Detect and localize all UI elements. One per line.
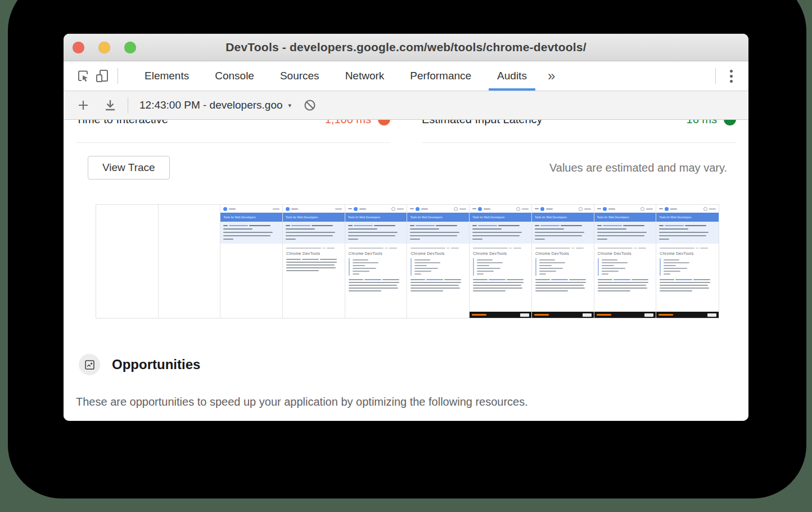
search-icon [516,207,520,211]
metric-estimated-input-latency: Estimated Input Latency 16 ms [422,120,736,143]
search-icon [391,207,395,211]
filmstrip-frame [96,205,159,318]
metric-label: Time to Interactive [76,120,325,126]
thumb-hero [345,222,407,244]
search-icon [703,207,707,211]
thumb-banner: Tools for Web Developers [283,213,345,222]
view-trace-button[interactable]: View Trace [88,156,170,179]
thumb-hero [656,222,719,244]
thumb-cookie-bar [656,312,719,318]
tab-strip: ElementsConsoleSourcesNetworkPerformance… [132,61,540,91]
site-logo-icon [286,207,290,211]
thumb-banner: Tools for Web Developers [470,213,531,222]
estimate-disclaimer: Values are estimated and may vary. [549,161,727,174]
filmstrip: Tools for Web DevelopersTools for Web De… [96,204,719,318]
site-logo-icon [223,207,227,211]
thumb-banner: Tools for Web Developers [594,213,656,222]
metric-time-to-interactive: Time to Interactive 1,100 ms [76,120,390,143]
toolbar-separator [715,68,716,84]
devtools-menu-icon[interactable] [721,66,741,86]
tab-network[interactable]: Network [332,61,398,91]
more-tabs-chevron[interactable]: » [540,68,563,84]
thumb-heading: Chrome DevTools [535,251,590,255]
audits-toolbar: 12:43:00 PM - developers.goo ▾ [64,91,748,120]
site-logo-icon [478,207,482,211]
thumb-heading: Chrome DevTools [410,251,466,255]
warning-icon [378,120,390,125]
audit-run-label: 12:43:00 PM - developers.goo [139,99,283,111]
device-toolbar-icon[interactable] [93,66,112,86]
close-window-button[interactable] [73,42,84,53]
metric-label: Estimated Input Latency [422,120,687,126]
thumb-hero [594,222,656,244]
metric-value: 1,100 ms [325,120,371,126]
toolbar-separator [118,68,118,84]
chevron-down-icon: ▾ [288,102,292,109]
trace-actions-row: View Trace Values are estimated and may … [76,156,736,179]
filmstrip-frame: Tools for Web DevelopersChrome DevTools [656,205,719,318]
site-logo-icon [354,207,358,211]
tab-elements[interactable]: Elements [132,61,202,91]
tab-audits[interactable]: Audits [484,61,540,91]
thumb-cookie-bar [532,312,594,318]
thumb-cookie-bar [470,312,531,318]
search-icon [579,207,583,211]
search-icon [454,207,458,211]
devtools-window: DevTools - developers.google.com/web/too… [64,34,748,421]
tab-console[interactable]: Console [202,61,267,91]
thumb-cookie-bar [594,312,656,318]
inspect-element-icon[interactable] [74,66,93,86]
opportunities-badge [79,354,100,375]
thumb-hero [407,222,469,244]
title-bar: DevTools - developers.google.com/web/too… [64,34,748,61]
metrics-row-clipped: Time to Interactive 1,100 ms Estimated I… [76,120,736,143]
tab-sources[interactable]: Sources [267,61,332,91]
minimize-window-button[interactable] [98,42,110,53]
filmstrip-frame: Tools for Web DevelopersChrome DevTools [470,205,532,318]
thumb-hero [283,222,345,244]
thumb-banner: Tools for Web Developers [407,213,469,222]
thumb-heading: Chrome DevTools [660,251,715,255]
thumb-banner: Tools for Web Developers [532,213,594,222]
opportunities-header: Opportunities [79,354,736,375]
pass-icon [724,120,736,125]
toolbar-separator [128,97,128,113]
filmstrip-frame: Tools for Web DevelopersChrome DevTools [345,205,408,318]
opportunities-description: These are opportunities to speed up your… [76,396,736,408]
download-report-icon[interactable] [101,96,120,115]
filmstrip-frame [159,205,221,318]
site-logo-icon [603,207,607,211]
thumb-heading: Chrome DevTools [473,251,528,255]
thumb-heading: Chrome DevTools [286,251,341,255]
devtools-tab-bar: ElementsConsoleSourcesNetworkPerformance… [64,61,748,91]
window-title: DevTools - developers.google.com/web/too… [225,41,587,54]
new-audit-icon[interactable] [74,96,93,115]
metric-value: 16 ms [687,120,717,126]
thumb-heading: Chrome DevTools [349,251,404,255]
audit-report: Time to Interactive 1,100 ms Estimated I… [64,120,748,421]
thumb-banner: Tools for Web Developers [220,213,282,222]
clear-audits-icon[interactable] [300,96,319,115]
filmstrip-frame: Tools for Web DevelopersChrome DevTools [407,205,470,318]
tab-performance[interactable]: Performance [397,61,484,91]
filmstrip-frame: Tools for Web DevelopersChrome DevTools [532,205,594,318]
thumb-hero [470,222,531,244]
traffic-lights [73,34,136,61]
site-logo-icon [540,207,544,211]
opportunities-title: Opportunities [112,357,200,372]
filmstrip-frame: Tools for Web Developers [220,205,283,318]
audit-run-select[interactable]: 12:43:00 PM - developers.goo ▾ [136,99,295,111]
image-sparkle-icon [84,359,96,371]
zoom-window-button[interactable] [124,42,136,53]
thumb-hero [220,222,282,244]
thumb-heading: Chrome DevTools [598,251,653,255]
thumb-banner: Tools for Web Developers [345,213,407,222]
filmstrip-frame: Tools for Web DevelopersChrome DevTools [283,205,345,318]
search-icon [640,207,644,211]
filmstrip-frame: Tools for Web DevelopersChrome DevTools [594,205,657,318]
site-logo-icon [665,207,669,211]
thumb-banner: Tools for Web Developers [656,213,719,222]
site-logo-icon [416,207,419,211]
thumb-hero [532,222,594,244]
